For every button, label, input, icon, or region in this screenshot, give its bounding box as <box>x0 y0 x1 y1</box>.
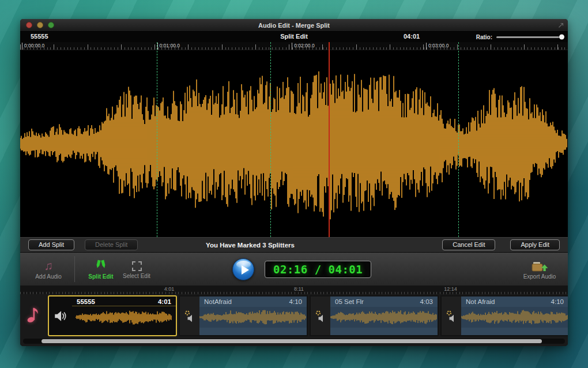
speaker-gear-icon <box>442 296 461 335</box>
zoom-button[interactable] <box>48 22 54 28</box>
split-action-bar: Add Split Delete Split You Have Marked 3… <box>20 237 568 252</box>
track-duration: 4:03 <box>420 298 433 305</box>
ruler-tick-label: 0:01:00.0 <box>157 43 180 50</box>
timeline-section: 0:00:00.00:01:00.00:02:00.00:03:00.0 <box>20 42 568 237</box>
waveform-display[interactable] <box>20 50 568 237</box>
minimize-button[interactable] <box>37 22 43 28</box>
music-note-icon <box>26 306 40 325</box>
selection-marquee-icon <box>132 261 142 271</box>
play-button[interactable] <box>232 258 254 280</box>
track-name: Not Afraid <box>466 298 495 305</box>
track-duration: 4:10 <box>289 298 302 305</box>
export-audio-button[interactable]: Export Audio <box>522 259 557 280</box>
ratio-slider-knob[interactable] <box>559 35 564 40</box>
select-edit-button[interactable]: Select Edit <box>119 260 154 279</box>
tracks-row: 55555 4:01 Not <box>20 294 568 337</box>
track-name: NotAfraid <box>204 298 232 305</box>
track-duration: 4:01 <box>158 298 171 305</box>
app-window: Audio Edit - Merge Split 55555 Split Edi… <box>20 19 568 346</box>
window-controls <box>26 22 54 28</box>
track-list-panel: 4:018:1112:14 <box>20 286 568 346</box>
main-toolbar: ♫ Add Audio Split Edit Select Edit 02:16… <box>20 252 568 286</box>
track-name: 55555 <box>77 298 95 305</box>
current-track-name: 55555 <box>31 33 48 40</box>
split-edit-icon <box>94 259 108 273</box>
track-waveform <box>461 307 568 328</box>
total-duration: 04:01 <box>404 33 420 40</box>
titlebar[interactable]: Audio Edit - Merge Split <box>20 19 568 32</box>
track-item[interactable]: NotAfraid 4:10 <box>179 295 308 336</box>
playback-controls: 02:16 / 04:01 <box>232 258 371 280</box>
add-split-button[interactable]: Add Split <box>28 239 74 250</box>
ratio-control: Ratio: <box>476 32 563 42</box>
ratio-label: Ratio: <box>476 34 492 40</box>
horizontal-scrollbar[interactable] <box>23 339 565 344</box>
track-waveform <box>330 307 438 328</box>
select-edit-label: Select Edit <box>123 273 150 279</box>
edit-mode-label: Split Edit <box>280 33 308 40</box>
add-audio-button[interactable]: ♫ Add Audio <box>31 259 66 280</box>
toolbar-divider <box>74 256 75 282</box>
speaker-gear-icon <box>311 296 330 335</box>
speaker-icon <box>49 296 72 335</box>
export-audio-icon <box>531 259 548 273</box>
track-item[interactable]: 05 Set Flr 4:03 <box>310 295 439 336</box>
ruler-tick-label: 0:00:00.0 <box>22 43 44 50</box>
ruler-tick-label: 0:03:00.0 <box>426 43 448 50</box>
apply-edit-button[interactable]: Apply Edit <box>510 239 560 250</box>
scrollbar-thumb[interactable] <box>42 339 542 343</box>
tracklist-ruler-label: 4:01 <box>164 286 175 292</box>
close-button[interactable] <box>26 22 32 28</box>
track-name: 05 Set Flr <box>335 298 364 305</box>
tracklist-ruler-label: 8:11 <box>294 286 304 292</box>
track-item-selected[interactable]: 55555 4:01 <box>48 295 177 336</box>
cancel-edit-button[interactable]: Cancel Edit <box>442 239 495 250</box>
ratio-slider[interactable] <box>496 36 563 38</box>
delete-split-button[interactable]: Delete Split <box>85 239 138 250</box>
add-audio-label: Add Audio <box>35 273 62 280</box>
track-waveform <box>76 307 172 327</box>
track-duration: 4:10 <box>551 298 564 305</box>
window-title: Audio Edit - Merge Split <box>20 22 568 29</box>
splitter-status-text: You Have Marked 3 Splitters <box>206 242 295 249</box>
ruler-tick-label: 0:02:00.0 <box>292 43 314 50</box>
desktop-wallpaper: Audio Edit - Merge Split 55555 Split Edi… <box>0 0 588 368</box>
resize-icon[interactable] <box>558 22 564 28</box>
timeline-ruler[interactable]: 0:00:00.00:01:00.00:02:00.00:03:00.0 <box>20 42 568 50</box>
waveform <box>20 50 568 237</box>
track-item[interactable]: Not Afraid 4:10 <box>440 295 568 336</box>
track-waveform <box>199 307 307 328</box>
split-edit-button[interactable]: Split Edit <box>83 259 119 280</box>
split-edit-label: Split Edit <box>88 273 113 280</box>
tracklist-ruler: 4:018:1112:14 <box>20 286 568 294</box>
speaker-gear-icon <box>180 296 199 335</box>
info-bar: 55555 Split Edit 04:01 Ratio: <box>20 32 568 42</box>
export-audio-label: Export Audio <box>523 273 556 280</box>
music-notes-icon: ♫ <box>44 259 53 273</box>
time-display: 02:16 / 04:01 <box>265 261 371 278</box>
tracklist-ruler-label: 12:14 <box>444 286 457 292</box>
